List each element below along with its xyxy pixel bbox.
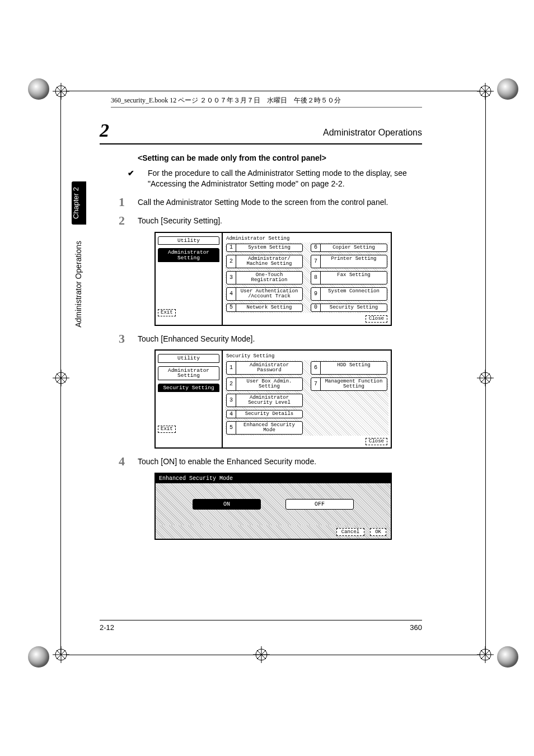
menu-item[interactable]: 7Management Function Setting [311, 377, 387, 391]
close-button[interactable]: Close [366, 438, 387, 445]
page: 360_security_E.book 12 ページ ２００７年３月７日 水曜日… [0, 0, 534, 756]
model-number: 360 [410, 623, 422, 632]
step-text: Touch [Enhanced Security Mode]. [138, 334, 255, 343]
menu-item-label: Fax Setting [321, 272, 387, 284]
corner-sphere [28, 78, 49, 100]
menu-item-label: Security Setting [321, 304, 387, 311]
menu-item-label: Network Setting [236, 304, 302, 311]
step-number: 4 [119, 454, 125, 469]
section-title: Administrator Operations [323, 128, 422, 138]
step-number: 1 [119, 195, 125, 209]
menu-item[interactable]: 3Administrator Security Level [226, 394, 303, 407]
menu-item[interactable]: 6Copier Setting [311, 244, 387, 252]
corner-sphere [28, 646, 49, 668]
step-text: Touch [ON] to enable the Enhanced Securi… [138, 457, 316, 466]
panel-title: Enhanced Security Mode [156, 474, 391, 483]
menu-item-label: User Authentication /Account Track [236, 288, 302, 300]
menu-item[interactable]: 8Fax Setting [311, 271, 387, 284]
menu-item-number: 5 [227, 304, 236, 311]
lcd-panel: Enhanced Security Mode ON OFF Cancel OK [154, 473, 392, 540]
menu-item[interactable]: 2User Box Admin. Setting [226, 377, 303, 391]
menu-item-label: Administrator Security Level [236, 394, 302, 407]
step-text: Touch [Security Setting]. [138, 216, 222, 225]
menu-item-label: Enhanced Security Mode [236, 422, 302, 434]
page-number: 2-12 [100, 623, 114, 632]
menu-item-label: One-Touch Registration [236, 272, 302, 284]
crop-rule [66, 91, 480, 91]
menu-item-label: System Setting [236, 244, 302, 251]
registration-mark-icon [53, 370, 69, 386]
print-header: 360_security_E.book 12 ページ ２００７年３月７日 水曜日… [111, 96, 422, 108]
menu-item-label: Security Details [236, 410, 302, 418]
step: 1 Call the Administrator Setting Mode to… [138, 197, 416, 208]
section-header: 2 Administrator Operations [100, 120, 422, 144]
tab-admin-setting[interactable]: Administrator Setting [158, 366, 219, 380]
menu-item[interactable]: 4Security Details [226, 410, 303, 418]
prerequisite-note: ✔For the procedure to call the Administr… [148, 168, 416, 189]
cancel-button[interactable]: Cancel [336, 528, 364, 536]
menu-item[interactable]: 5Enhanced Security Mode [226, 421, 303, 435]
menu-item[interactable]: 5Network Setting [226, 304, 303, 312]
panel-title: Security Setting [226, 354, 387, 359]
lcd-panel: Utility Administrator Setting Security S… [154, 349, 392, 449]
exit-button[interactable]: Exit [158, 309, 176, 316]
menu-item-number: 3 [227, 272, 236, 284]
tab-utility[interactable]: Utility [158, 354, 219, 363]
sidebar-section-label: Administrator Operations [74, 241, 84, 328]
menu-item-number: 6 [311, 244, 321, 251]
corner-sphere [497, 78, 518, 100]
ok-button[interactable]: OK [370, 528, 386, 536]
menu-item-label: Printer Setting [321, 255, 387, 268]
menu-item-number: 6 [311, 362, 321, 374]
screenshot-admin-setting: Utility Administrator Setting Exit Admin… [154, 232, 416, 326]
menu-item[interactable]: 6HDD Setting [311, 361, 387, 375]
menu-item[interactable]: 1System Setting [226, 244, 303, 252]
crop-rule [485, 91, 486, 655]
panel-title: Administrator Setting [226, 236, 387, 241]
menu-item[interactable]: 7Printer Setting [311, 255, 387, 268]
chapter-tab: Chapter 2 [72, 181, 86, 225]
step: 2 Touch [Security Setting]. [138, 216, 416, 226]
section-number: 2 [100, 120, 109, 141]
corner-sphere [497, 646, 518, 668]
menu-item-label: HDD Setting [321, 362, 387, 374]
menu-item-number: 9 [311, 288, 321, 300]
menu-item[interactable]: 2Administrator/ Machine Setting [226, 255, 303, 268]
menu-item[interactable]: 3One-Touch Registration [226, 271, 303, 284]
menu-item-number: 7 [311, 378, 321, 390]
menu-item-number: 0 [311, 304, 321, 311]
crop-rule [60, 91, 61, 655]
menu-item-label: Administrator/ Machine Setting [236, 255, 302, 268]
menu-item[interactable]: 9System Connection [311, 287, 387, 301]
lcd-panel: Utility Administrator Setting Exit Admin… [154, 232, 392, 326]
menu-item-number: 3 [227, 394, 236, 407]
screenshot-security-setting: Utility Administrator Setting Security S… [154, 349, 416, 449]
subheading: <Setting can be made only from the contr… [138, 153, 416, 162]
crop-rule [66, 655, 480, 655]
on-button[interactable]: ON [193, 499, 261, 510]
exit-button[interactable]: Exit [158, 426, 176, 433]
close-button[interactable]: Close [366, 315, 387, 323]
menu-item-label: Administrator Password [236, 362, 302, 374]
menu-item[interactable]: 4User Authentication /Account Track [226, 287, 303, 301]
tab-security-setting[interactable]: Security Setting [158, 384, 219, 393]
menu-item-number: 1 [227, 362, 236, 374]
tab-utility[interactable]: Utility [158, 236, 219, 245]
step: 4 Touch [ON] to enable the Enhanced Secu… [138, 456, 416, 467]
menu-item[interactable]: 0Security Setting [311, 304, 387, 312]
prerequisite-text: For the procedure to call the Administra… [148, 169, 407, 188]
menu-item-number: 7 [311, 255, 321, 268]
menu-item-number: 5 [227, 422, 236, 434]
tab-admin-setting[interactable]: Administrator Setting [158, 248, 219, 262]
footer-rule [100, 620, 422, 620]
step: 3 Touch [Enhanced Security Mode]. [138, 334, 416, 344]
menu-item-number: 4 [227, 288, 236, 300]
checkmark-icon: ✔ [138, 168, 148, 179]
off-button[interactable]: OFF [285, 499, 354, 510]
menu-item-number: 2 [227, 255, 236, 268]
menu-item-number: 8 [311, 272, 321, 284]
menu-item[interactable]: 1Administrator Password [226, 361, 303, 375]
body: <Setting can be made only from the contr… [138, 146, 416, 548]
step-number: 3 [119, 332, 125, 346]
menu-item-label: Copier Setting [321, 244, 387, 251]
